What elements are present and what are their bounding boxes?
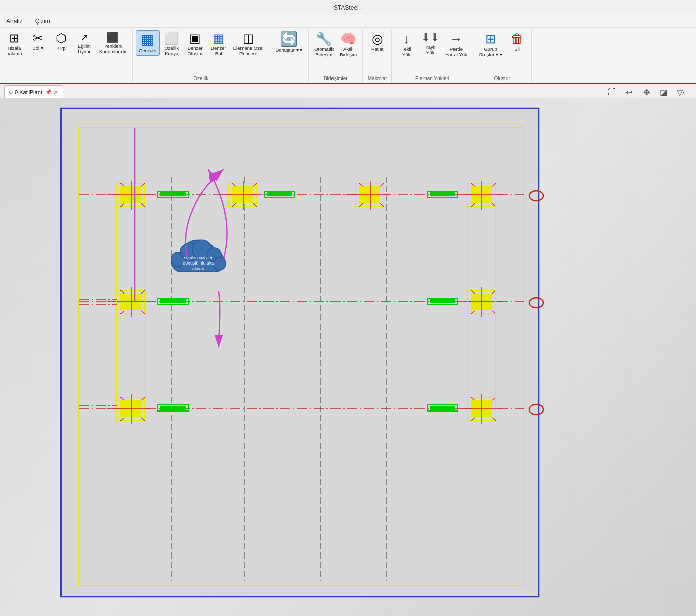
ozellik-kopya-icon: ⬜ <box>164 32 179 44</box>
group-label-olustur: Oluştur <box>476 75 528 83</box>
ribbon: ⊞ Hizalanalama ✂ Böl ⬡ Kırp ↗ EğilimUydu… <box>0 28 696 84</box>
donustur-button[interactable]: 🔄 Dönüştür ▾ <box>273 30 305 55</box>
tab-floor-icon: ⊙ <box>9 89 13 95</box>
benzer-olustur-button[interactable]: ▣ BenzerOluştur <box>184 30 206 59</box>
app-title: STASteel - <box>334 4 362 11</box>
patlat-icon: ◎ <box>372 32 383 45</box>
kirp-button[interactable]: ⬡ Kırp <box>50 30 72 53</box>
svg-text:oluyor: oluyor <box>192 266 204 271</box>
gurup-olustur-icon: ⊞ <box>485 32 496 45</box>
perde-yanal-button[interactable]: → PerdeYanal Yük <box>443 30 469 60</box>
3d-icon: ◪ <box>660 87 668 97</box>
tekil-yuk-button[interactable]: ↓ TekilYük <box>395 30 417 60</box>
yeniden-button[interactable]: ⬛ YenidenKonumlandır <box>97 30 129 57</box>
elemane-ozel-icon: ◫ <box>243 32 254 44</box>
bol-icon: ✂ <box>33 32 43 44</box>
svg-rect-44 <box>267 192 292 196</box>
group-label-ozellik: Özellik <box>136 75 266 83</box>
tab-label: 0 Kat Planı <box>15 89 42 95</box>
akilli-icon: 🧠 <box>340 32 356 45</box>
group-label-eleman-yukleri: Eleman Yükleri <box>395 75 469 83</box>
akilli-button[interactable]: 🧠 AkıllıBirleşim <box>337 30 359 60</box>
svg-text:seçilen çizgiler: seçilen çizgiler <box>184 255 213 260</box>
menu-bar: Analiz Çizim <box>0 15 696 28</box>
svg-rect-86 <box>430 406 455 410</box>
kirp-icon: ⬡ <box>56 32 67 44</box>
group-label-birlesimler: Birleşimler <box>312 75 359 83</box>
3d-view-button[interactable]: ◪ <box>656 86 671 98</box>
tab-pin-icon: 📌 <box>45 89 51 95</box>
yayili-yuk-icon: ⬇⬇ <box>421 32 439 43</box>
otomatik-icon: 🔧 <box>316 32 332 45</box>
benzer-bul-icon: ▦ <box>213 32 224 44</box>
canvas-area[interactable]: seçilen çizgiler dönüştür ile aks oluyor <box>0 98 696 616</box>
elemane-ozel-button[interactable]: ◫ Elemane ÖzelPencere <box>231 30 266 59</box>
gurup-olustur-button[interactable]: ⊞ GurupOluştur ▾ <box>476 30 505 60</box>
tab-bar: ⊙ 0 Kat Planı 📌 ✕ ⛶ ↩ ✥ ◪ ▽ ▾ <box>0 84 696 98</box>
ribbon-group-eleman-yukleri: ↓ TekilYük ⬇⬇ YaylıYük → PerdeYanal Yük … <box>392 30 473 83</box>
hizala-icon: ⊞ <box>9 32 19 44</box>
patlat-button[interactable]: ◎ Patlat <box>366 30 388 54</box>
fit-icon: ⛶ <box>608 87 616 97</box>
sil-button[interactable]: 🗑 Sil <box>506 30 528 54</box>
svg-text:dönüştür ile aks: dönüştür ile aks <box>183 260 214 266</box>
ribbon-group-donustur: 🔄 Dönüştür ▾ <box>269 30 309 83</box>
tab-close-button[interactable]: ✕ <box>53 89 58 96</box>
genislet-button[interactable]: ▦ Genişlet <box>136 30 160 56</box>
tab-0-kat-plani[interactable]: ⊙ 0 Kat Planı 📌 ✕ <box>4 85 63 98</box>
ribbon-group-olustur: ⊞ GurupOluştur ▾ 🗑 Sil Oluştur <box>473 30 532 83</box>
group-label-donustur <box>273 80 305 83</box>
filter-dropdown-icon: ▾ <box>683 90 685 95</box>
group-label-makrolar: Makrolar <box>366 75 388 83</box>
svg-point-103 <box>214 257 226 270</box>
ribbon-group-edit: ⊞ Hizalanalama ✂ Böl ⬡ Kırp ↗ EğilimUydu… <box>0 30 133 83</box>
svg-rect-42 <box>160 192 186 196</box>
svg-rect-66 <box>430 299 455 303</box>
structural-drawing <box>0 98 696 616</box>
benzer-olustur-icon: ▣ <box>189 32 201 44</box>
title-bar: STASteel - <box>0 0 696 15</box>
genislet-icon: ▦ <box>141 33 154 47</box>
ozellik-kopya-button[interactable]: ⬜ ÖzellikKopya <box>161 30 183 59</box>
ribbon-group-makrolar: ◎ Patlat Makrolar <box>363 30 392 83</box>
egilim-button[interactable]: ↗ EğilimUydur <box>73 30 96 57</box>
perde-yanal-icon: → <box>449 32 463 45</box>
bol-button[interactable]: ✂ Böl <box>26 30 49 53</box>
group-label-1 <box>3 80 129 83</box>
sil-icon: 🗑 <box>510 32 524 45</box>
menu-analiz[interactable]: Analiz <box>4 17 25 26</box>
menu-cizim[interactable]: Çizim <box>33 17 52 26</box>
egilim-icon: ↗ <box>80 32 89 42</box>
ribbon-group-ozellik: ▦ Genişlet ⬜ ÖzellikKopya ▣ BenzerOluştu… <box>133 30 270 83</box>
svg-rect-46 <box>430 192 455 196</box>
fit-view-button[interactable]: ⛶ <box>604 86 619 98</box>
filter-button[interactable]: ▽ ▾ <box>674 86 688 98</box>
tekil-yuk-icon: ↓ <box>403 32 410 45</box>
pan-button[interactable]: ✥ <box>639 86 653 98</box>
yeniden-icon: ⬛ <box>106 32 119 42</box>
yayili-yuk-button[interactable]: ⬇⬇ YaylıYük <box>418 30 442 58</box>
undo-button[interactable]: ↩ <box>622 86 636 98</box>
filter-icon: ▽ <box>677 87 683 97</box>
svg-rect-64 <box>160 299 186 303</box>
donustur-icon: 🔄 <box>280 32 298 46</box>
benzer-bul-button[interactable]: ▦ BenzerBul <box>207 30 230 59</box>
pan-icon: ✥ <box>643 87 650 97</box>
otomatik-button[interactable]: 🔧 OtomatikBirleşim <box>312 30 336 60</box>
svg-rect-84 <box>160 406 186 410</box>
ribbon-group-birlesimler: 🔧 OtomatikBirleşim 🧠 AkıllıBirleşim Birl… <box>309 30 363 83</box>
view-toolbar: ⛶ ↩ ✥ ◪ ▽ ▾ <box>604 86 688 98</box>
hizala-button[interactable]: ⊞ Hizalanalama <box>3 30 25 59</box>
undo-icon: ↩ <box>626 87 632 97</box>
cloud-tooltip: seçilen çizgiler dönüştür ile aks oluyor <box>163 236 234 281</box>
cloud-svg: seçilen çizgiler dönüştür ile aks oluyor <box>163 233 234 284</box>
